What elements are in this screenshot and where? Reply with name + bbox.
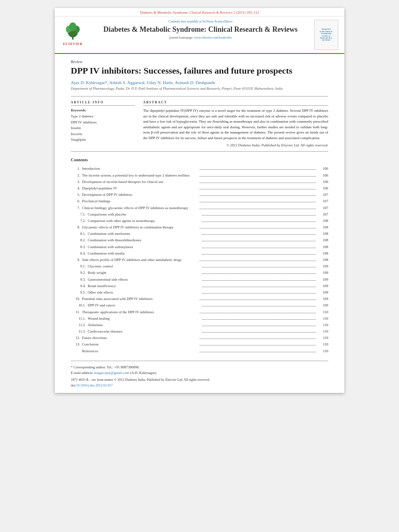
journal-info: Contents lists available at SciVerse Sci… (87, 20, 314, 39)
toc-dots (200, 313, 316, 313)
elsevier-tree-icon (63, 21, 83, 41)
toc-dots (202, 306, 316, 306)
toc-page: 108 (317, 257, 328, 263)
authors: Ajay D. Kshirsagar*, Ashish S. Aggarwal,… (71, 80, 328, 85)
journal-homepage: journal homepage: www.elsevier.com/locat… (91, 36, 310, 39)
toc-row: 3.Development of incretin-based therapie… (71, 179, 328, 185)
toc-row: 7.Clinical findings: glycaemic effects o… (71, 205, 328, 211)
toc-number: 7.1. (71, 211, 88, 218)
abstract-text: The dipeptidyl peptidase IV(DPP IV) enzy… (143, 108, 328, 141)
toc-title: Cardiovascular diseases (88, 328, 201, 335)
doi-label: doi: (71, 383, 76, 387)
toc-row: 11.3.Cardiovascular diseases110 (71, 328, 328, 335)
toc-dots (200, 300, 316, 300)
toc-title: Wound healing (88, 315, 201, 322)
toc-page: 110 (317, 328, 328, 335)
doi-value[interactable]: 10.1016/j.dsx.2012.02.017 (76, 383, 113, 387)
toc-title: Combination with sulfonylurea (88, 244, 201, 250)
journal-cover-image: DIABETES& METABOLICSYNDROMECLINICALRESEA… (314, 20, 340, 50)
toc-dots (200, 176, 316, 177)
toc-title: Alzheimer (88, 322, 201, 328)
toc-title: The incretin system; a potential key to … (82, 172, 198, 179)
toc-dots (202, 332, 316, 333)
toc-page: 107 (317, 211, 328, 218)
keywords-label: Keywords: (71, 108, 135, 112)
toc-number: 9.4. (71, 283, 88, 289)
toc-dots (200, 202, 316, 202)
contents-available-text: Contents lists available at SciVerse Sci… (91, 20, 310, 23)
toc-page: 107 (317, 191, 328, 198)
toc-dots (202, 326, 316, 326)
toc-number: 8.3. (71, 244, 88, 250)
toc-title: Potential risks associated with DPP IV i… (82, 296, 198, 302)
copyright-line: © 2012 Diabetes India. Published by Else… (143, 143, 328, 147)
toc-dots (200, 345, 316, 345)
toc-number: 8.4. (71, 250, 88, 257)
toc-page: 109 (317, 296, 328, 302)
toc-row: 12.Future directions110 (71, 335, 328, 341)
doi-line: doi:10.1016/j.dsx.2012.02.017 (71, 383, 328, 387)
svg-point-4 (69, 23, 76, 31)
toc-row: 11.Therapeutic applications of the DPP I… (71, 309, 328, 315)
toc-row: 8.4.Combination with insulin108 (71, 250, 328, 257)
toc-page: 109 (317, 283, 328, 289)
toc-dots (202, 293, 316, 294)
toc-row: 8.1.Combination with metformin108 (71, 230, 328, 237)
toc-title: Conclusion (82, 341, 198, 347)
email-address[interactable]: ksagar.ajay@gmail.com (94, 371, 129, 375)
toc-number: 9.1. (71, 263, 88, 269)
toc-dots (200, 183, 316, 183)
email-name: (A.D. Kshirsagar). (130, 371, 157, 375)
svg-point-7 (72, 33, 74, 35)
toc-dots (200, 189, 316, 189)
toc-title: Glycaemic effects of DPP IV inhibitors i… (82, 224, 198, 230)
toc-page: 106 (317, 179, 328, 185)
toc-row: 9.4.Renal insufficiency109 (71, 283, 328, 289)
toc-title: Comparison with other agents in monother… (88, 218, 201, 224)
email-label: E-mail address: (71, 371, 93, 375)
keywords-list: Type 2 diabetes DPP IV inhibitors Insuli… (71, 113, 135, 142)
abstract-label: Abstract (143, 101, 328, 106)
toc-dots (202, 267, 316, 267)
toc-page: 109 (317, 302, 328, 308)
toc-container: 1.Introduction1062.The incretin system; … (71, 165, 328, 354)
elsevier-brand-text: ELSEVIER (63, 42, 82, 46)
toc-title: Combination with insulin (88, 250, 201, 257)
toc-number: 12. (71, 335, 82, 341)
toc-title: Dipeptidyl-peptidase IV (82, 185, 198, 191)
article-title: DPP IV inhibitors: Successes, failures a… (71, 66, 328, 76)
toc-dots (202, 215, 316, 216)
toc-page: 110 (317, 315, 328, 322)
toc-row: 8.Glycaemic effects of DPP IV inhibitors… (71, 224, 328, 230)
toc-dots (202, 287, 316, 287)
toc-page: 108 (317, 244, 328, 250)
toc-dots (202, 222, 316, 222)
toc-row: 9.3.Gastrointestinal side effects109 (71, 276, 328, 283)
keyword-5: Sitagliptin (71, 137, 135, 142)
toc-number: 2. (71, 172, 82, 179)
corresponding-author: * Corresponding author. Tel.: +91 808730… (71, 364, 328, 370)
toc-row: 10.Potential risks associated with DPP I… (71, 296, 328, 302)
toc-page: 109 (317, 263, 328, 269)
contents-heading: Contents (71, 157, 328, 162)
toc-number: 1. (71, 165, 82, 172)
toc-title: Glycemic control (88, 263, 201, 269)
toc-row: 6.Preclinical findings107 (71, 198, 328, 204)
toc-row: 10.1.DPP IV and cancer109 (71, 302, 328, 308)
abstract-panel: Abstract The dipeptidyl peptidase IV(DPP… (143, 101, 328, 147)
toc-dots (200, 195, 316, 196)
toc-number: 11. (71, 309, 82, 315)
toc-number: 10.1. (71, 302, 88, 308)
issn-line: 1871-4021/$ – see front matter © 2012 Di… (71, 378, 328, 382)
article-info-label: Article Info (71, 101, 135, 106)
svg-point-5 (70, 31, 71, 33)
sciverse-link[interactable]: SciVerse ScienceDirect (202, 20, 232, 23)
toc-row: 13.Conclusion110 (71, 341, 328, 347)
toc-dots (202, 234, 316, 235)
toc-page: 107 (317, 205, 328, 211)
homepage-link[interactable]: www.elsevier.com/locate/dsx (194, 36, 232, 39)
toc-number: 8.2. (71, 237, 88, 243)
toc-row: 8.2.Combination with thiazolidinediones1… (71, 237, 328, 243)
toc-page: 108 (317, 218, 328, 224)
toc-row: 2.The incretin system; a potential key t… (71, 172, 328, 179)
